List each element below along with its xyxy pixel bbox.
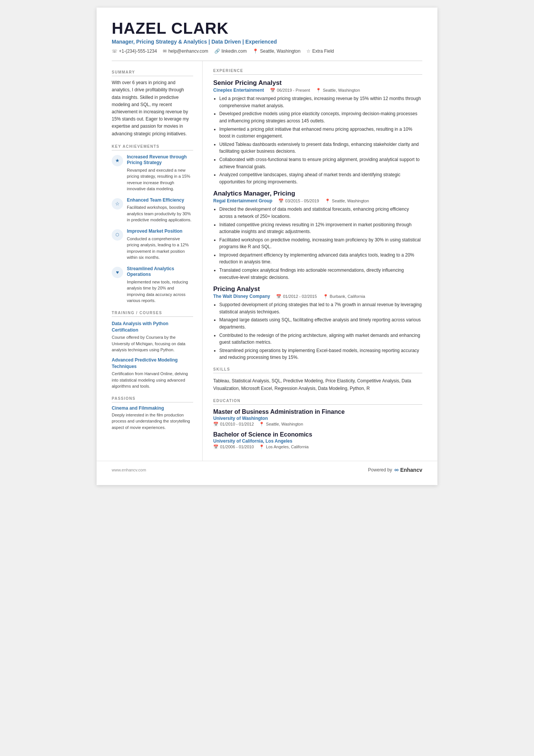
job-location-3: 📍 Burbank, California <box>323 294 365 299</box>
pin-icon-2: 📍 <box>259 445 264 449</box>
achievement-item-2: ☆ Enhanced Team Efficiency Facilitated w… <box>112 197 193 223</box>
achievement-content-2: Enhanced Team Efficiency Facilitated wor… <box>127 197 193 223</box>
achievement-title-3: Improved Market Position <box>127 229 193 235</box>
achievement-icon-3: ⬡ <box>112 229 123 241</box>
achievement-desc-1: Revamped and executed a new pricing stra… <box>127 167 193 192</box>
email-address: help@enhancv.com <box>168 49 208 54</box>
achievement-item-3: ⬡ Improved Market Position Conducted a c… <box>112 229 193 261</box>
job-company-3: The Walt Disney Company <box>213 294 270 299</box>
enhancv-logo: ∞ Enhancv <box>394 466 422 473</box>
experience-label: EXPERIENCE <box>213 69 422 75</box>
footer-section: www.enhancv.com Powered by ∞ Enhancv <box>97 461 437 479</box>
candidate-title: Manager, Pricing Strategy & Analytics | … <box>112 39 422 45</box>
bullet: Streamlined pricing operations by implem… <box>219 347 422 361</box>
email-icon: ✉ <box>163 49 167 54</box>
cal-icon-2: 📅 <box>213 445 219 449</box>
passions-label: PASSIONS <box>112 396 193 402</box>
job-dates-1: 📅 06/2019 - Present <box>270 88 310 93</box>
pin-icon-2: 📍 <box>325 199 330 203</box>
phone-item: ☏ +1-(234)-555-1234 <box>112 49 157 54</box>
achievement-item-4: ♥ Streamlined Analytics Operations Imple… <box>112 266 193 304</box>
right-column: EXPERIENCE Senior Pricing Analyst Cinepl… <box>203 61 437 461</box>
candidate-name: HAZEL CLARK <box>112 20 422 37</box>
achievement-desc-3: Conducted a comprehensive pricing analys… <box>127 236 193 261</box>
contact-row: ☏ +1-(234)-555-1234 ✉ help@enhancv.com 🔗… <box>112 49 422 54</box>
job-meta-1: Cineplex Entertainment 📅 06/2019 - Prese… <box>213 88 422 93</box>
job-title-3: Pricing Analyst <box>213 285 422 293</box>
linkedin-item: 🔗 linkedin.com <box>214 49 247 54</box>
edu-dates-2: 📅 01/2006 - 01/2010 <box>213 445 254 449</box>
location-icon: 📍 <box>253 49 258 54</box>
extra-field-text: Extra Field <box>312 49 334 54</box>
job-meta-3: The Walt Disney Company 📅 01/2012 - 02/2… <box>213 294 422 299</box>
edu-item-2: Bachelor of Science in Economics Univers… <box>213 431 422 449</box>
link-icon: 🔗 <box>214 49 220 54</box>
course-item-2: Advanced Predictive Modeling Techniques … <box>112 357 193 390</box>
bullet: Improved department efficiency by implem… <box>219 252 422 266</box>
powered-by-text: Powered by <box>368 467 392 473</box>
summary-label: SUMMARY <box>112 70 193 76</box>
education-label: EDUCATION <box>213 399 422 405</box>
job-location-1: 📍 Seattle, Washington <box>316 88 360 93</box>
achievement-title-1: Increased Revenue through Pricing Strate… <box>127 154 193 166</box>
bullet: Initiated competitive pricing reviews re… <box>219 221 422 235</box>
pin-icon-1: 📍 <box>316 88 321 93</box>
bullet: Utilized Tableau dashboards extensively … <box>219 141 422 155</box>
bullet: Implemented a pricing pilot initiative t… <box>219 126 422 140</box>
edu-degree-1: Master of Business Administration in Fin… <box>213 409 422 415</box>
pin-icon: 📍 <box>259 422 264 427</box>
bullet: Managed large datasets using SQL, facili… <box>219 316 422 330</box>
bullet: Led a project that revamped pricing stra… <box>219 95 422 109</box>
body-section: SUMMARY With over 6 years in pricing and… <box>97 61 437 461</box>
achievement-desc-4: Implemented new tools, reducing analysis… <box>127 279 193 304</box>
job-title-1: Senior Pricing Analyst <box>213 79 422 87</box>
course-item-1: Data Analysis with Python Certification … <box>112 321 193 353</box>
bullet: Contributed to the redesign of the prici… <box>219 332 422 346</box>
course-title-1: Data Analysis with Python Certification <box>112 321 193 333</box>
achievement-item-1: ★ Increased Revenue through Pricing Stra… <box>112 154 193 192</box>
bullet: Analyzed competitive landscapes, staying… <box>219 171 422 185</box>
achievement-title-4: Streamlined Analytics Operations <box>127 266 193 278</box>
footer-website: www.enhancv.com <box>112 468 146 472</box>
achievement-content-4: Streamlined Analytics Operations Impleme… <box>127 266 193 304</box>
skills-label: SKILLS <box>213 367 422 373</box>
job-dates-3: 📅 01/2012 - 02/2015 <box>276 294 317 299</box>
resume-page: HAZEL CLARK Manager, Pricing Strategy & … <box>97 8 437 485</box>
cal-icon: 📅 <box>213 422 219 427</box>
passion-title-1: Cinema and Filmmaking <box>112 405 193 411</box>
achievement-desc-2: Facilitated workshops, boosting analytic… <box>127 204 193 223</box>
achievement-content-1: Increased Revenue through Pricing Strate… <box>127 154 193 192</box>
header-section: HAZEL CLARK Manager, Pricing Strategy & … <box>97 8 437 61</box>
bullet: Directed the development of data models … <box>219 206 422 220</box>
edu-degree-2: Bachelor of Science in Economics <box>213 431 422 438</box>
edu-school-1: University of Washington <box>213 416 422 421</box>
achievements-label: KEY ACHIEVEMENTS <box>112 144 193 150</box>
phone-icon: ☏ <box>112 49 117 54</box>
phone-number: +1-(234)-555-1234 <box>119 49 157 54</box>
bullet: Supported development of pricing strateg… <box>219 301 422 315</box>
job-location-2: 📍 Seattle, Washington <box>325 199 369 203</box>
edu-loc-1: 📍 Seattle, Washington <box>259 422 303 427</box>
job-bullets-3: Supported development of pricing strateg… <box>213 301 422 361</box>
achievement-icon-1: ★ <box>112 155 123 166</box>
bullet: Developed predictive models using price … <box>219 110 422 124</box>
job-dates-2: 📅 03/2015 - 05/2019 <box>278 199 319 203</box>
job-company-2: Regal Entertainment Group <box>213 198 272 203</box>
extra-field-item: ☆ Extra Field <box>306 49 334 54</box>
location-text: Seattle, Washington <box>260 49 300 54</box>
pin-icon-3: 📍 <box>323 294 328 299</box>
brand-name: Enhancv <box>400 467 422 473</box>
email-item: ✉ help@enhancv.com <box>163 49 208 54</box>
bullet: Facilitated workshops on predictive mode… <box>219 236 422 250</box>
edu-dates-1: 📅 01/2010 - 01/2012 <box>213 422 254 427</box>
job-bullets-1: Led a project that revamped pricing stra… <box>213 95 422 185</box>
course-desc-1: Course offered by Coursera by the Univer… <box>112 334 193 353</box>
linkedin-url: linkedin.com <box>222 49 247 54</box>
calendar-icon-2: 📅 <box>278 199 284 203</box>
calendar-icon-3: 📅 <box>276 294 281 299</box>
course-desc-2: Certification from Harvard Online, delvi… <box>112 371 193 390</box>
calendar-icon-1: 📅 <box>270 88 275 93</box>
achievement-icon-4: ♥ <box>112 267 123 278</box>
edu-school-2: University of California, Los Angeles <box>213 438 422 444</box>
edu-meta-2: 📅 01/2006 - 01/2010 📍 Los Angeles, Calif… <box>213 445 422 449</box>
